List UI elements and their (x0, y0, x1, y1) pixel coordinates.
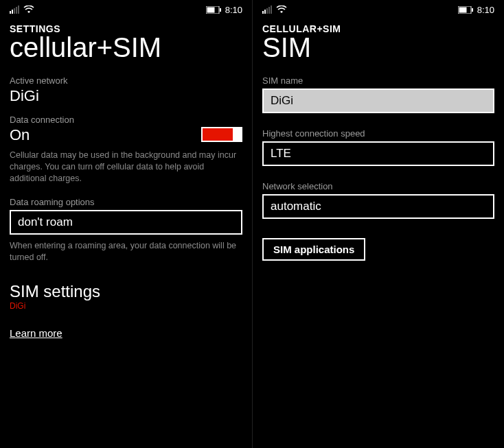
sim-applications-button[interactable]: SIM applications (262, 238, 365, 261)
speed-value: LTE (271, 147, 291, 160)
svg-rect-12 (271, 5, 272, 14)
svg-rect-14 (459, 7, 466, 12)
signal-icon (262, 5, 272, 14)
svg-rect-3 (16, 7, 17, 14)
roaming-select[interactable]: don't roam (10, 210, 242, 235)
screen-cellular-sim: 8:10 SETTINGS cellular+SIM Active networ… (0, 0, 252, 448)
data-connection-value: On (10, 126, 30, 144)
signal-icon (10, 5, 19, 14)
svg-rect-1 (12, 10, 13, 14)
svg-rect-0 (10, 11, 11, 14)
wifi-icon (276, 5, 287, 14)
speed-label: Highest connection speed (262, 128, 494, 139)
network-selection-label: Network selection (262, 181, 494, 191)
data-connection-desc: Cellular data may be used in the backgro… (10, 150, 242, 185)
svg-rect-8 (262, 11, 264, 14)
status-clock: 8:10 (477, 5, 494, 15)
sim-name-value: DiGi (271, 94, 293, 107)
active-network-label: Active network (10, 75, 242, 86)
network-selection-value: automatic (271, 200, 321, 213)
wifi-icon (23, 5, 34, 14)
sim-settings-link[interactable]: SIM settings (10, 282, 242, 301)
battery-icon (206, 6, 221, 14)
svg-rect-15 (472, 8, 473, 12)
svg-rect-7 (220, 8, 221, 12)
active-network-value: DiGi (10, 87, 242, 105)
svg-rect-6 (207, 7, 214, 12)
roaming-label: Data roaming options (10, 197, 242, 207)
roaming-desc: When entering a roaming area, your data … (10, 240, 242, 263)
roaming-select-value: don't roam (18, 215, 73, 228)
data-connection-toggle[interactable] (201, 127, 242, 142)
learn-more-link[interactable]: Learn more (10, 327, 62, 339)
sim-name-input[interactable]: DiGi (262, 89, 494, 113)
status-clock: 8:10 (225, 5, 242, 15)
status-bar: 8:10 (262, 0, 494, 16)
speed-select[interactable]: LTE (262, 141, 494, 166)
page-title: SIM (262, 33, 494, 62)
network-selection-select[interactable]: automatic (262, 194, 494, 219)
svg-rect-4 (18, 5, 19, 14)
svg-rect-10 (266, 8, 268, 14)
battery-icon (458, 6, 473, 14)
svg-rect-9 (264, 10, 266, 14)
data-connection-label: Data connection (10, 115, 242, 125)
svg-rect-11 (268, 7, 270, 14)
sim-name-label: SIM name (262, 75, 494, 86)
svg-rect-2 (14, 8, 15, 14)
screen-sim: 8:10 CELLULAR+SIM SIM SIM name DiGi High… (252, 0, 504, 448)
page-title: cellular+SIM (10, 33, 242, 62)
status-bar: 8:10 (10, 0, 242, 16)
sim-settings-sub: DiGi (10, 301, 242, 311)
